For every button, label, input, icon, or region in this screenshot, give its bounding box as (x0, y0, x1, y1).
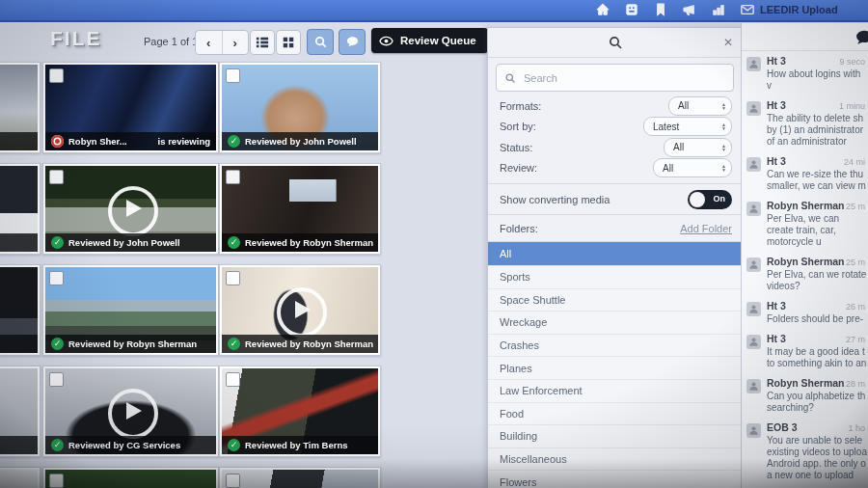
prev-page-button[interactable]: ‹ (196, 31, 223, 54)
add-folder-link[interactable]: Add Folder (680, 223, 732, 234)
filter-row-sortby: Sort by: Latest▲▼ (488, 117, 742, 138)
home-icon[interactable] (596, 3, 610, 16)
review-label: ✓Reviewed by John Powell (45, 233, 216, 252)
top-navigation-bar: LEEDIR Upload (0, 0, 868, 22)
page-navigation: ‹ › (195, 30, 249, 55)
avatar (746, 302, 761, 316)
media-card[interactable]: ✓Reviewed by Robyn Sherman (219, 163, 381, 255)
review-label: ✓Reviewed by Robyn Sherman (45, 335, 216, 353)
media-card[interactable] (0, 467, 41, 488)
reviewed-check-icon: ✓ (228, 338, 240, 350)
folder-item-food[interactable]: Food (488, 403, 742, 426)
albums-icon[interactable] (625, 3, 638, 16)
review-queue-button[interactable]: Review Queue (371, 28, 488, 53)
bookmark-icon[interactable] (654, 3, 667, 16)
folder-item-wreckage[interactable]: Wreckage (488, 312, 742, 335)
avatar (746, 101, 761, 116)
avatar (746, 157, 761, 172)
reviewed-check-icon: ✓ (228, 135, 240, 148)
select-checkbox[interactable] (226, 372, 240, 387)
chat-message[interactable]: Ht 324 mi Can we re-size the thu smaller… (742, 151, 868, 196)
converting-media-row: Show converting media On (488, 184, 742, 214)
folder-item-sports[interactable]: Sports (488, 266, 742, 289)
avatar (746, 258, 761, 272)
chat-toggle-button[interactable] (339, 29, 366, 55)
media-card[interactable] (42, 467, 219, 488)
chevron-updown-icon: ▲▼ (721, 164, 726, 172)
select-checkbox[interactable] (226, 474, 240, 488)
mail-icon[interactable] (741, 3, 754, 16)
folder-item-space-shuttle[interactable]: Space Shuttle (488, 289, 742, 312)
chat-message[interactable]: Robyn Sherman25 m Per Elva, we can creat… (742, 196, 868, 252)
grid-view-button[interactable] (276, 30, 301, 55)
search-input[interactable] (522, 71, 725, 85)
chat-message[interactable]: Robyn Sherman25 m Per Elva, can we rotat… (742, 252, 868, 296)
select-checkbox[interactable] (49, 474, 64, 488)
chat-bubble-icon (345, 35, 360, 49)
chat-message[interactable]: Ht 326 m Folders should be pre- (742, 296, 868, 329)
media-card[interactable]: erman (0, 264, 41, 356)
chat-message[interactable]: Ht 31 minu The ability to delete sh by (… (742, 95, 868, 151)
search-toggle-button[interactable] (307, 29, 334, 55)
folders-header: Folders: Add Folder (488, 215, 742, 241)
media-card[interactable]: ✓Reviewed by Robyn Sherman (42, 264, 219, 356)
media-card[interactable]: g (0, 62, 41, 153)
select-checkbox[interactable] (49, 372, 64, 387)
review-label: ✓Reviewed by CG Services (45, 436, 216, 454)
folder-item-miscellaneous[interactable]: Miscellaneous (488, 448, 742, 472)
media-card[interactable]: erman (0, 163, 41, 255)
media-card[interactable] (219, 467, 381, 488)
media-card[interactable]: erman (0, 366, 41, 457)
media-card[interactable]: ✓Reviewed by John Powell (42, 163, 219, 255)
chevron-updown-icon: ▲▼ (721, 122, 726, 130)
chat-message[interactable]: Ht 327 m It may be a good idea t to some… (742, 329, 868, 373)
media-card[interactable]: ✓Reviewed by John Powell (219, 62, 381, 153)
select-checkbox[interactable] (49, 170, 64, 184)
filter-row-review: Review: All▲▼ (488, 158, 742, 179)
chat-panel: Ht 39 seco How about logins with v Ht 31… (741, 23, 868, 488)
folder-item-flowers[interactable]: Flowers (488, 471, 742, 488)
select-checkbox[interactable] (49, 271, 64, 285)
avatar (746, 423, 761, 438)
select-checkbox[interactable] (49, 68, 64, 83)
play-button-icon[interactable] (108, 186, 158, 236)
media-card[interactable]: ✓Reviewed by Robyn Sherman (219, 264, 381, 356)
folder-item-crashes[interactable]: Crashes (488, 335, 742, 358)
select-checkbox[interactable] (226, 170, 240, 184)
show-converting-toggle[interactable]: On (688, 190, 732, 209)
play-button-icon[interactable] (277, 287, 327, 338)
chevron-updown-icon: ▲▼ (721, 144, 726, 151)
media-card[interactable]: Robyn Sher... is reviewing (42, 62, 219, 153)
status-dropdown[interactable]: All▲▼ (664, 138, 732, 157)
next-page-button[interactable]: › (223, 31, 249, 54)
select-checkbox[interactable] (226, 271, 240, 285)
formats-dropdown[interactable]: All▲▼ (668, 96, 732, 116)
review-label: erman (0, 436, 38, 454)
megaphone-icon[interactable] (683, 3, 696, 16)
folder-item-law-enforcement[interactable]: Law Enforcement (488, 380, 742, 403)
folder-item-planes[interactable]: Planes (488, 357, 742, 380)
reviewed-check-icon: ✓ (51, 338, 64, 350)
stats-icon[interactable] (712, 3, 725, 16)
reviewed-check-icon: ✓ (228, 439, 240, 451)
media-card[interactable]: ✓Reviewed by Tim Berns (219, 366, 381, 457)
sortby-dropdown[interactable]: Latest▲▼ (643, 117, 732, 136)
chat-bubble-icon[interactable] (855, 29, 868, 50)
play-button-icon[interactable] (108, 389, 158, 439)
chat-message[interactable]: EOB 31 ho You are unable to sele existin… (742, 418, 868, 485)
reviewed-check-icon: ✓ (51, 236, 64, 249)
select-checkbox[interactable] (226, 68, 240, 83)
list-view-button[interactable] (250, 30, 275, 55)
review-dropdown[interactable]: All▲▼ (653, 158, 732, 177)
review-label: ✓Reviewed by Robyn Sherman (222, 335, 378, 353)
folder-item-building[interactable]: Building (488, 425, 742, 448)
app-title: LEEDIR Upload (760, 4, 838, 15)
media-card[interactable]: ✓Reviewed by CG Services (42, 366, 219, 457)
review-label: erman (0, 335, 38, 353)
filter-panel-header: ✕ (488, 28, 742, 58)
close-icon[interactable]: ✕ (723, 35, 733, 50)
chat-message[interactable]: Robyn Sherman28 m Can you alphabetize th… (742, 373, 868, 418)
chat-message[interactable]: Ht 39 seco How about logins with v (742, 51, 868, 95)
review-label: g (0, 132, 38, 150)
folder-item-all[interactable]: All (488, 242, 742, 266)
